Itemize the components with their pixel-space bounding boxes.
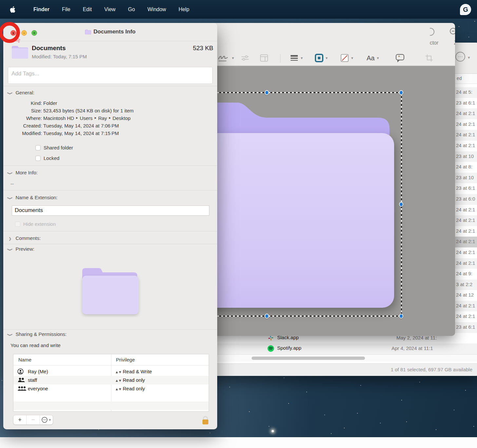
menu-item-view[interactable]: View <box>98 7 122 12</box>
privilege-select[interactable]: ▲▼Read only <box>115 377 145 383</box>
date-modified-fragment: 23 at 6:1 <box>456 324 475 330</box>
info-titlebar[interactable]: x - + Documents Info <box>3 23 217 41</box>
text-style-button[interactable]: Aa ▾ <box>367 53 379 63</box>
crop-icon <box>425 54 433 62</box>
spotify-app-icon <box>267 345 274 352</box>
disclosure-icon[interactable]: ❯ <box>7 92 13 95</box>
permission-row[interactable]: everyone▲▼Read only <box>13 384 209 393</box>
date-modified-fragment: 3 at 2:2 <box>456 282 472 287</box>
shared-folder-checkbox-row[interactable]: Shared folder <box>35 145 73 150</box>
speech-bubble-icon: ” <box>395 54 405 62</box>
disclosure-icon[interactable]: ❯ <box>7 333 13 336</box>
image-canvas[interactable] <box>211 66 455 336</box>
layout-icon <box>260 54 268 62</box>
selection-border-bottom[interactable] <box>211 316 402 317</box>
fill-color-chevron-icon[interactable]: ▾ <box>351 56 353 60</box>
preview-toolbar: ctor Zoom Share Highlight <box>211 23 455 51</box>
selection-handle-top[interactable] <box>265 90 269 95</box>
disclosure-icon[interactable]: ❯ <box>7 172 13 175</box>
line-thickness-chevron-icon[interactable]: ▾ <box>301 56 303 60</box>
date-modified-fragment: 24 at 2:1 <box>456 121 475 127</box>
menu-item-help[interactable]: Help <box>172 7 196 12</box>
section-preview[interactable]: ❯ Preview: <box>9 246 34 252</box>
add-permission-button[interactable]: + <box>13 415 26 424</box>
apple-menu[interactable] <box>10 6 15 13</box>
section-name-extension[interactable]: ❯ Name & Extension: <box>9 195 58 200</box>
signature-button[interactable]: ▾ <box>218 53 234 63</box>
grammarly-menu-icon[interactable]: G <box>459 3 472 16</box>
apple-icon <box>10 6 15 13</box>
border-color-button[interactable]: ▾ <box>315 53 328 63</box>
chevron-down-icon[interactable]: ▾ <box>468 55 470 60</box>
fill-color-icon <box>340 54 349 62</box>
menu-item-go[interactable]: Go <box>122 7 141 12</box>
menu-bar: Finder File Edit View Go Window Help G <box>0 0 477 19</box>
selection-handle-bottom-right[interactable] <box>399 314 403 319</box>
disclosure-icon[interactable]: ❯ <box>7 248 13 251</box>
hide-extension-checkbox-row[interactable]: Hide extension <box>15 221 56 227</box>
date-modified-fragment: 24 at 2:1 <box>456 249 475 255</box>
checkbox-icon[interactable] <box>15 222 20 227</box>
menu-item-finder[interactable]: Finder <box>27 7 56 12</box>
line-thickness-button[interactable]: ▾ <box>290 53 303 63</box>
privilege-select[interactable]: ▲▼Read & Write <box>115 369 152 374</box>
date-modified-fragment: 24 at 2:1 <box>456 110 475 116</box>
file-name: Documents <box>32 45 66 52</box>
svg-text:”: ” <box>398 55 400 60</box>
checkbox-icon[interactable] <box>35 156 41 161</box>
annotation-red-circle <box>0 22 20 43</box>
menu-item-file[interactable]: File <box>56 7 77 12</box>
disclosure-icon[interactable]: ❯ <box>9 237 11 241</box>
date-modified-fragment: 24 at 9: <box>456 271 472 276</box>
chevron-down-icon: ▾ <box>49 418 51 422</box>
permission-row[interactable]: staff▲▼Read only <box>13 376 209 384</box>
date-modified-fragment: 24 at 2:1 <box>456 143 475 148</box>
bright-star <box>272 430 274 432</box>
selection-handle-top-right[interactable] <box>399 90 403 95</box>
privilege-select[interactable]: ▲▼Read only <box>115 386 145 391</box>
fill-color-button[interactable]: ▾ <box>340 53 353 63</box>
text-style-chevron-icon[interactable]: ▾ <box>377 56 379 60</box>
general-row: Modified:Tuesday, May 14, 2024 at 7:15 P… <box>3 130 217 138</box>
date-modified-fragment: 24 at 2:1 <box>456 217 475 223</box>
general-row: Size:523,453 bytes (524 KB on disk) for … <box>3 108 217 115</box>
locked-checkbox-row[interactable]: Locked <box>35 155 59 161</box>
date-modified-fragment: 24 at 2:1 <box>456 239 475 244</box>
signature-chevron-icon[interactable]: ▾ <box>232 56 234 60</box>
date-modified-fragment: 24 at 12 <box>456 292 474 298</box>
user-circle-icon <box>17 368 24 376</box>
section-comments[interactable]: ❯ Comments: <box>9 235 41 241</box>
permissions-actions: + − ▾ <box>13 415 53 425</box>
updown-chevrons-icon: ▲▼ <box>115 379 122 382</box>
disclosure-icon[interactable]: ❯ <box>7 197 13 200</box>
section-sharing[interactable]: ❯ Sharing & Permissions: <box>9 331 67 337</box>
checkbox-icon[interactable] <box>35 145 41 150</box>
add-tags-input[interactable]: Add Tags... <box>8 67 213 84</box>
adjust-button[interactable] <box>241 53 249 63</box>
permission-row[interactable]: Ray (Me)▲▼Read & Write <box>13 367 209 376</box>
lock-icon[interactable] <box>201 416 209 425</box>
menu-item-edit[interactable]: Edit <box>77 7 98 12</box>
selection-border-top[interactable] <box>211 92 402 93</box>
section-general[interactable]: ❯ General: <box>9 90 34 95</box>
section-more-info[interactable]: ❯ More Info: <box>9 170 38 175</box>
date-modified-fragment: 23 at 6:1 <box>456 100 475 106</box>
preview-window: ctor Zoom Share Highlight <box>211 23 455 336</box>
file-modified: Modified: Today, 7:15 PM <box>32 54 87 59</box>
name-extension-input[interactable]: Documents <box>12 205 209 216</box>
selection-handle-right[interactable] <box>399 202 403 207</box>
border-color-chevron-icon[interactable]: ▾ <box>326 56 328 60</box>
adjust-sliders-icon <box>241 54 249 62</box>
more-options-icon[interactable]: ⋯ <box>455 52 465 62</box>
selection-handle-bottom[interactable] <box>265 314 269 319</box>
date-modified-fragment: 23 at 6:1 <box>456 185 475 191</box>
note-button[interactable]: ” <box>395 53 405 63</box>
crop-button[interactable] <box>425 53 433 63</box>
date-modified-fragment: 24 at 2:1 <box>456 132 475 137</box>
menu-item-window[interactable]: Window <box>141 7 172 12</box>
permission-options-button[interactable]: ▾ <box>40 415 53 424</box>
layout-button[interactable] <box>260 53 268 63</box>
updown-chevrons-icon: ▲▼ <box>115 387 122 391</box>
remove-permission-button[interactable]: − <box>26 415 39 424</box>
scrollbar-thumb[interactable] <box>252 357 365 360</box>
